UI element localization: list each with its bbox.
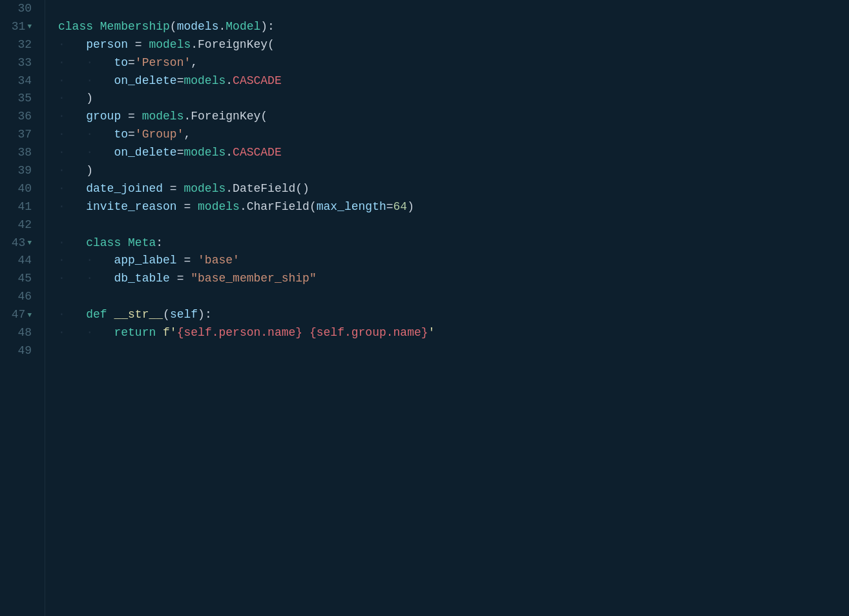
- token-models-kw: models: [183, 180, 225, 198]
- code-line: · def __str__(self):: [58, 306, 849, 324]
- code-line: · · return f'{self.person.name} {self.gr…: [58, 324, 849, 342]
- token-param: to: [114, 126, 128, 144]
- token-paren: ,: [183, 126, 191, 144]
- token-models-kw: models: [142, 108, 184, 126]
- token-string: "base_member_ship": [191, 270, 316, 288]
- indent-guide: ·: [86, 252, 114, 270]
- token-identifier: person: [86, 36, 128, 54]
- token-paren: .: [218, 18, 225, 36]
- code-line: · group = models.ForeignKey(: [58, 108, 849, 126]
- code-line: · · on_delete=models.CASCADE: [58, 144, 849, 162]
- token-equals: =: [128, 36, 149, 54]
- code-line: · person = models.ForeignKey(: [58, 36, 849, 54]
- code-line: · · to='Person',: [58, 54, 849, 72]
- token-paren: :: [156, 234, 163, 252]
- indent-guide: ·: [58, 306, 86, 324]
- token-identifier: group: [86, 108, 121, 126]
- token-paren: ):: [260, 18, 275, 36]
- token-paren: (: [163, 306, 170, 324]
- token-string: 'base': [198, 252, 240, 270]
- line-number: 41: [0, 198, 37, 216]
- token-kw: return: [114, 324, 163, 342]
- indent-guide: ·: [58, 234, 86, 252]
- line-number: 31▼: [0, 18, 37, 36]
- indent-guide: ·: [58, 252, 86, 270]
- token-paren: ):: [198, 306, 212, 324]
- line-number: 43▼: [0, 234, 37, 252]
- token-paren: ): [86, 162, 93, 180]
- line-number: 44: [0, 252, 37, 270]
- code-line: [58, 216, 849, 234]
- code-line: · date_joined = models.DateField(): [58, 180, 849, 198]
- token-equals: =: [177, 198, 198, 216]
- token-paren: .: [191, 36, 198, 54]
- indent-guide: ·: [58, 162, 86, 180]
- indent-guide: ·: [58, 180, 86, 198]
- indent-guide: ·: [58, 90, 86, 108]
- code-content: class Membership(models.Model):· person …: [45, 0, 849, 616]
- token-equals: =: [128, 126, 135, 144]
- token-paren: .: [225, 144, 233, 162]
- code-line: · · on_delete=models.CASCADE: [58, 72, 849, 90]
- indent-guide: ·: [58, 324, 86, 342]
- token-equals: =: [128, 54, 135, 72]
- token-identifier: date_joined: [86, 180, 163, 198]
- indent-guide: ·: [86, 126, 114, 144]
- line-number: 35: [0, 90, 37, 108]
- token-method: CharField: [247, 198, 309, 216]
- token-kw: def: [86, 306, 114, 324]
- line-number: 42: [0, 216, 37, 234]
- line-number: 47▼: [0, 306, 37, 324]
- token-identifier: db_table: [114, 270, 169, 288]
- token-paren: .: [240, 198, 247, 216]
- line-number: 48: [0, 324, 37, 342]
- token-string: 'Person': [135, 54, 191, 72]
- token-method: DateField: [233, 180, 295, 198]
- token-equals: =: [121, 108, 142, 126]
- token-fstring-brace: {self.group.name}: [309, 324, 428, 342]
- token-fstring: ': [428, 324, 435, 342]
- indent-guide: ·: [58, 72, 86, 90]
- token-identifier: app_label: [114, 252, 176, 270]
- token-equals: =: [386, 198, 393, 216]
- token-paren: .: [183, 108, 191, 126]
- token-equals: =: [177, 252, 198, 270]
- indent-guide: ·: [58, 270, 86, 288]
- token-kw: class: [86, 234, 128, 252]
- line-number: 33: [0, 54, 37, 72]
- code-line: · ): [58, 90, 849, 108]
- code-line: [58, 342, 849, 360]
- indent-guide: ·: [86, 144, 114, 162]
- token-paren: (: [309, 198, 317, 216]
- code-line: · · to='Group',: [58, 126, 849, 144]
- token-paren: (: [170, 18, 177, 36]
- indent-guide: ·: [86, 72, 114, 90]
- token-equals: =: [177, 72, 184, 90]
- token-models-kw: models: [183, 72, 225, 90]
- token-class-name: Membership: [100, 18, 170, 36]
- line-number: 37: [0, 126, 37, 144]
- token-cascade: CASCADE: [233, 72, 282, 90]
- token-param: on_delete: [114, 72, 176, 90]
- indent-guide: ·: [58, 126, 86, 144]
- line-number: 34: [0, 72, 37, 90]
- token-models-kw: models: [183, 144, 225, 162]
- token-models-kw: models: [198, 198, 240, 216]
- token-class-name: Model: [225, 18, 260, 36]
- code-line: class Membership(models.Model):: [58, 18, 849, 36]
- line-numbers: 3031▼323334353637383940414243▼44454647▼4…: [0, 0, 45, 616]
- token-paren: .: [225, 180, 233, 198]
- indent-guide: ·: [86, 324, 114, 342]
- token-method: ForeignKey: [198, 36, 267, 54]
- code-line: · · app_label = 'base': [58, 252, 849, 270]
- line-number: 40: [0, 180, 37, 198]
- line-number: 30: [0, 0, 37, 18]
- code-editor: 3031▼323334353637383940414243▼44454647▼4…: [0, 0, 849, 616]
- token-identifier: models: [177, 18, 219, 36]
- token-paren: (): [295, 180, 309, 198]
- indent-guide: ·: [58, 108, 86, 126]
- token-number: 64: [393, 198, 408, 216]
- token-fstring: f': [163, 324, 177, 342]
- code-line: · · db_table = "base_member_ship": [58, 270, 849, 288]
- line-number: 39: [0, 162, 37, 180]
